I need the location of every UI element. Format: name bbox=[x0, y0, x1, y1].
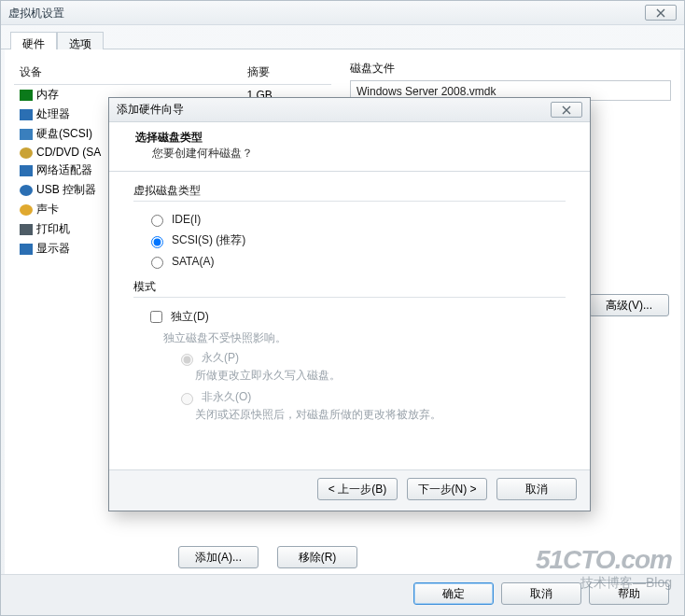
hardware-name: CD/DVD (SA bbox=[36, 146, 101, 159]
nic-icon bbox=[20, 165, 33, 176]
tab-hardware[interactable]: 硬件 bbox=[10, 32, 57, 49]
col-summary[interactable]: 摘要 bbox=[242, 61, 331, 85]
hardware-name: USB 控制器 bbox=[36, 183, 96, 196]
hardware-name: 网络适配器 bbox=[36, 163, 92, 176]
hardware-name: 声卡 bbox=[36, 203, 59, 216]
wizard-footer: < 上一步(B) 下一步(N) > 取消 bbox=[109, 469, 590, 511]
wizard-cancel-button[interactable]: 取消 bbox=[496, 478, 577, 500]
display-icon bbox=[20, 244, 33, 255]
settings-cancel-button[interactable]: 取消 bbox=[501, 582, 581, 605]
nonpersistent-hint: 关闭或还原快照后，对磁盘所做的更改将被放弃。 bbox=[163, 407, 566, 427]
radio-ide-row[interactable]: IDE(I) bbox=[133, 209, 566, 230]
persistent-hint: 所做更改立即永久写入磁盘。 bbox=[163, 368, 566, 387]
wizard-next-button[interactable]: 下一步(N) > bbox=[407, 478, 487, 500]
radio-sata[interactable] bbox=[151, 257, 163, 269]
radio-ide[interactable] bbox=[151, 215, 163, 227]
wizard-title: 添加硬件向导 bbox=[117, 102, 184, 118]
settings-titlebar: 虚拟机设置 bbox=[1, 1, 684, 25]
wizard-subheading: 您要创建何种磁盘？ bbox=[135, 146, 573, 161]
independent-subblock: 独立磁盘不受快照影响。 永久(P) 所做更改立即永久写入磁盘。 非永久(O) 关… bbox=[133, 329, 566, 427]
radio-ide-label: IDE(I) bbox=[172, 213, 201, 226]
hardware-name: 内存 bbox=[36, 88, 59, 101]
wizard-heading: 选择磁盘类型 bbox=[135, 130, 573, 146]
tab-options[interactable]: 选项 bbox=[57, 32, 104, 49]
usb-icon bbox=[20, 185, 33, 196]
remove-hardware-button[interactable]: 移除(R) bbox=[277, 546, 357, 568]
settings-footer: 确定 取消 帮助 bbox=[1, 574, 684, 615]
printer-icon bbox=[20, 224, 33, 235]
radio-scsi-row[interactable]: SCSI(S) (推荐) bbox=[133, 230, 566, 251]
wizard-header: 选择磁盘类型 您要创建何种磁盘？ bbox=[109, 122, 590, 172]
cd-icon bbox=[20, 147, 33, 159]
check-independent[interactable] bbox=[150, 311, 162, 323]
cpu-icon bbox=[20, 109, 33, 120]
hardware-name: 打印机 bbox=[36, 222, 70, 235]
radio-sata-row[interactable]: SATA(A) bbox=[133, 251, 566, 272]
group-mode-label: 模式 bbox=[133, 279, 566, 295]
settings-close-button[interactable] bbox=[645, 5, 677, 21]
settings-tabs: 硬件 选项 bbox=[1, 25, 684, 49]
settings-title: 虚拟机设置 bbox=[8, 1, 64, 25]
add-hardware-button[interactable]: 添加(A)... bbox=[178, 546, 259, 568]
close-icon bbox=[562, 105, 571, 115]
divider bbox=[133, 201, 566, 202]
close-icon bbox=[656, 8, 665, 18]
radio-scsi-label: SCSI(S) (推荐) bbox=[172, 232, 245, 248]
wizard-back-button[interactable]: < 上一步(B) bbox=[317, 478, 398, 500]
hardware-list-buttons: 添加(A)... 移除(R) bbox=[178, 546, 357, 568]
divider bbox=[133, 297, 566, 298]
memory-icon bbox=[20, 90, 33, 101]
radio-scsi[interactable] bbox=[151, 236, 163, 248]
sound-icon bbox=[20, 204, 33, 216]
group-mode: 模式 独立(D) 独立磁盘不受快照影响。 永久(P) 所做更改立即永久写入磁盘。… bbox=[133, 279, 566, 427]
wizard-titlebar: 添加硬件向导 bbox=[109, 98, 590, 122]
radio-sata-label: SATA(A) bbox=[172, 255, 215, 268]
radio-nonpersistent-row: 非永久(O) bbox=[163, 387, 566, 407]
radio-nonpersistent bbox=[181, 393, 193, 405]
check-independent-row[interactable]: 独立(D) bbox=[133, 305, 566, 329]
hardware-name: 处理器 bbox=[36, 107, 70, 120]
hardware-name: 硬盘(SCSI) bbox=[36, 127, 92, 140]
radio-nonpersistent-label: 非永久(O) bbox=[202, 389, 251, 405]
settings-ok-button[interactable]: 确定 bbox=[413, 582, 494, 605]
hardware-name: 显示器 bbox=[36, 242, 70, 255]
wizard-close-button[interactable] bbox=[551, 102, 582, 118]
col-device[interactable]: 设备 bbox=[14, 61, 242, 85]
hdd-icon bbox=[20, 129, 33, 140]
group-disk-type: 虚拟磁盘类型 IDE(I) SCSI(S) (推荐) SATA(A) bbox=[133, 183, 566, 272]
group-disk-type-label: 虚拟磁盘类型 bbox=[133, 183, 566, 199]
check-independent-label: 独立(D) bbox=[171, 309, 209, 325]
independent-note: 独立磁盘不受快照影响。 bbox=[163, 330, 566, 346]
radio-persistent-label: 永久(P) bbox=[202, 350, 239, 366]
radio-persistent-row: 永久(P) bbox=[163, 348, 566, 368]
radio-persistent bbox=[181, 354, 193, 366]
settings-help-button[interactable]: 帮助 bbox=[589, 582, 669, 605]
diskfile-label: 磁盘文件 bbox=[350, 61, 671, 77]
advanced-button[interactable]: 高级(V)... bbox=[589, 294, 669, 316]
add-hardware-wizard: 添加硬件向导 选择磁盘类型 您要创建何种磁盘？ 虚拟磁盘类型 IDE(I) SC… bbox=[108, 97, 591, 511]
wizard-body: 虚拟磁盘类型 IDE(I) SCSI(S) (推荐) SATA(A) 模式 独立… bbox=[109, 172, 590, 469]
